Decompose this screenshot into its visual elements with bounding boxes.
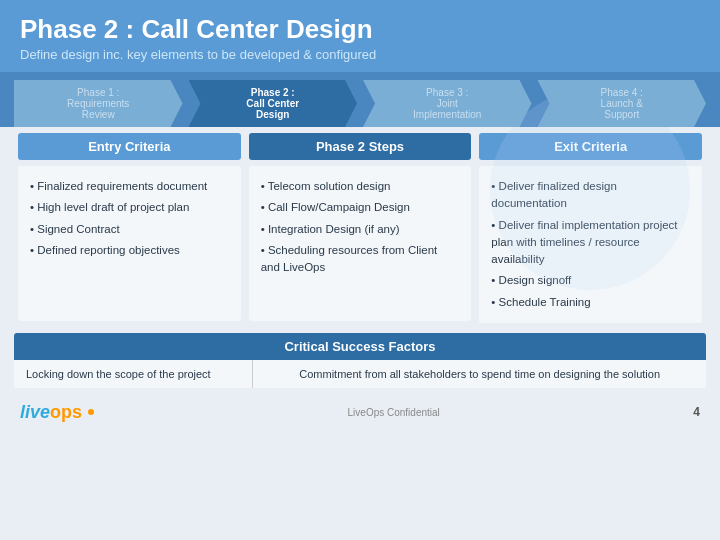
critical-success-body: Locking down the scope of the project Co… — [14, 360, 706, 388]
confidential-label: LiveOps Confidential — [348, 407, 440, 418]
critical-success-left: Locking down the scope of the project — [14, 360, 253, 388]
phase-nav-item-2[interactable]: Phase 2 : Call Center Design — [189, 80, 358, 127]
list-item: Integration Design (if any) — [261, 219, 460, 240]
critical-success-header: Critical Success Factors — [14, 333, 706, 360]
critical-success-right: Commitment from all stakeholders to spen… — [253, 360, 706, 388]
phase-steps-header: Phase 2 Steps — [249, 133, 472, 160]
list-item: Call Flow/Campaign Design — [261, 197, 460, 218]
exit-criteria-list: Deliver finalized design documentation D… — [491, 176, 690, 313]
phase-steps-content: Telecom solution design Call Flow/Campai… — [249, 166, 472, 321]
phase-steps-list: Telecom solution design Call Flow/Campai… — [261, 176, 460, 278]
exit-criteria-header: Exit Criteria — [479, 133, 702, 160]
logo: liveops — [20, 402, 94, 423]
page-footer: liveops LiveOps Confidential 4 — [0, 394, 720, 428]
phase-nav-item-4[interactable]: Phase 4 : Launch & Support — [538, 80, 707, 127]
page-subtitle: Define design inc. key elements to be de… — [20, 47, 700, 62]
page-number: 4 — [693, 405, 700, 419]
list-item: Scheduling resources from Client and Liv… — [261, 240, 460, 279]
phase-nav-item-3[interactable]: Phase 3 : Joint Implementation — [363, 80, 532, 127]
list-item: Signed Contract — [30, 219, 229, 240]
logo-dot-icon — [88, 409, 94, 415]
list-item: Design signoff — [491, 270, 690, 291]
phase-nav-item-1[interactable]: Phase 1 : Requirements Review — [14, 80, 183, 127]
entry-criteria-column: Entry Criteria Finalized requirements do… — [14, 133, 245, 323]
exit-criteria-content: Deliver finalized design documentation D… — [479, 166, 702, 323]
list-item: Finalized requirements document — [30, 176, 229, 197]
exit-criteria-column: Exit Criteria Deliver finalized design d… — [475, 133, 706, 323]
critical-success-section: Critical Success Factors Locking down th… — [14, 333, 706, 388]
list-item: Schedule Training — [491, 292, 690, 313]
page-header: Phase 2 : Call Center Design Define desi… — [0, 0, 720, 72]
phase-navigation: Phase 1 : Requirements Review Phase 2 : … — [0, 72, 720, 127]
list-item: Telecom solution design — [261, 176, 460, 197]
list-item: Deliver final implementation project pla… — [491, 215, 690, 271]
logo-text: liveops — [20, 402, 82, 423]
list-item: High level draft of project plan — [30, 197, 229, 218]
entry-criteria-list: Finalized requirements document High lev… — [30, 176, 229, 261]
list-item: Defined reporting objectives — [30, 240, 229, 261]
entry-criteria-content: Finalized requirements document High lev… — [18, 166, 241, 321]
list-item: Deliver finalized design documentation — [491, 176, 690, 215]
main-content: Entry Criteria Finalized requirements do… — [0, 133, 720, 323]
phase-steps-column: Phase 2 Steps Telecom solution design Ca… — [245, 133, 476, 323]
page-title: Phase 2 : Call Center Design — [20, 14, 700, 45]
entry-criteria-header: Entry Criteria — [18, 133, 241, 160]
